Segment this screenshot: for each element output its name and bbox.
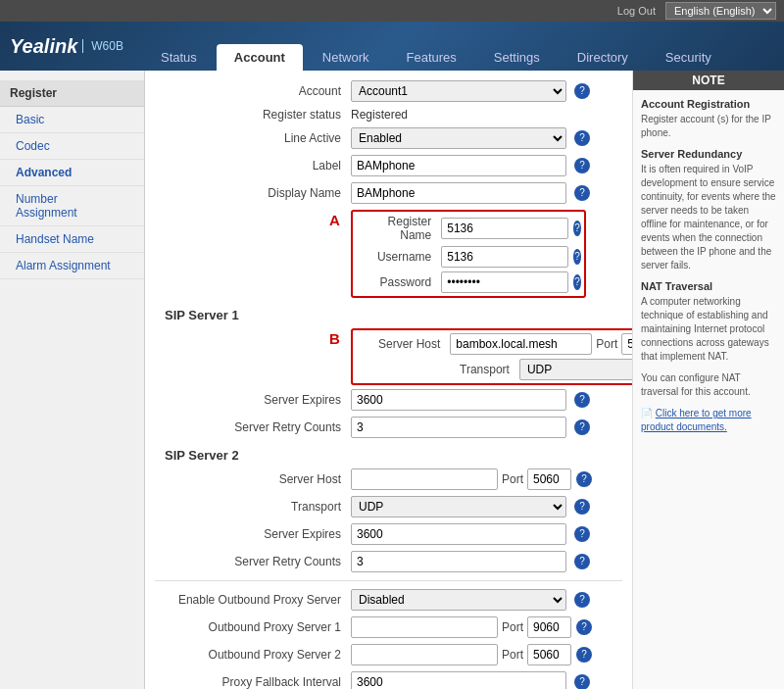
- sip1-host-input[interactable]: [450, 333, 592, 355]
- sidebar-item-number-assignment[interactable]: NumberAssignment: [0, 186, 144, 226]
- proxy2-input[interactable]: [351, 644, 498, 665]
- proxy1-input[interactable]: [351, 616, 498, 638]
- sip2-port-input[interactable]: [527, 468, 571, 490]
- proxy1-port-input[interactable]: [527, 616, 571, 638]
- display-name-help-icon[interactable]: ?: [574, 185, 590, 201]
- note-docs-link[interactable]: 📄 Click here to get more product documen…: [641, 407, 776, 434]
- note-account-reg-text: Register account (s) for the IP phone.: [641, 113, 776, 140]
- sip1-transport-row: Transport UDP ?: [356, 359, 632, 380]
- label-row: Label ?: [155, 155, 622, 176]
- proxy-fallback-help-icon[interactable]: ?: [574, 674, 590, 689]
- sip2-expires-input-wrapper: [351, 523, 566, 545]
- register-status-row: Register status Registered: [155, 108, 622, 122]
- tab-directory[interactable]: Directory: [560, 44, 646, 71]
- header: Yealink W60B Status Account Network Feat…: [0, 22, 784, 71]
- sip2-retry-help-icon[interactable]: ?: [574, 554, 590, 569]
- proxy2-row: Outbound Proxy Server 2 Port ?: [155, 644, 622, 665]
- tab-settings[interactable]: Settings: [476, 44, 558, 71]
- username-help-icon[interactable]: ?: [573, 249, 581, 265]
- note-account-reg-title: Account Registration: [641, 98, 776, 110]
- line-active-select[interactable]: Enabled: [351, 127, 566, 149]
- sip1-expires-help-icon[interactable]: ?: [574, 392, 590, 408]
- tab-features[interactable]: Features: [389, 44, 474, 71]
- account-select[interactable]: Account1: [351, 80, 566, 102]
- sip2-transport-select[interactable]: UDP: [351, 496, 566, 517]
- content-area: Account Account1 ? Register status Regis…: [145, 71, 632, 689]
- sidebar-section-register: Register: [0, 80, 144, 107]
- sip1-expires-input[interactable]: [351, 389, 566, 411]
- proxy2-help-icon[interactable]: ?: [576, 647, 592, 663]
- sip2-expires-help-icon[interactable]: ?: [574, 526, 590, 542]
- register-name-input[interactable]: [441, 218, 568, 239]
- sip1-retry-help-icon[interactable]: ?: [574, 419, 590, 435]
- proxy-fallback-input[interactable]: [351, 671, 566, 689]
- tab-status[interactable]: Status: [143, 44, 215, 71]
- note-panel: NOTE Account Registration Register accou…: [632, 71, 784, 689]
- account-help-icon[interactable]: ?: [574, 83, 590, 99]
- password-label: Password: [356, 275, 441, 289]
- note-nat-config-text: You can configure NAT traversal for this…: [641, 371, 776, 399]
- sip2-host-row: Server Host Port ?: [155, 468, 622, 490]
- brand-logo: Yealink: [10, 35, 77, 58]
- sidebar-item-handset-name[interactable]: Handset Name: [0, 226, 144, 253]
- label-input-wrapper: [351, 155, 566, 176]
- proxy2-label: Outbound Proxy Server 2: [155, 648, 351, 662]
- username-label: Username: [356, 250, 441, 264]
- outbound-proxy-help-icon[interactable]: ?: [574, 592, 590, 608]
- proxy1-port-label: Port: [502, 620, 523, 634]
- tab-account[interactable]: Account: [217, 44, 303, 71]
- sip2-host-label: Server Host: [155, 472, 351, 486]
- sip1-port-input[interactable]: [621, 333, 632, 355]
- red-label-a: A: [329, 212, 340, 228]
- display-name-row: Display Name ?: [155, 182, 622, 204]
- sip2-expires-row: Server Expires ?: [155, 523, 622, 545]
- line-active-row: Line Active Enabled ?: [155, 127, 622, 149]
- tab-security[interactable]: Security: [648, 44, 729, 71]
- language-select[interactable]: English (English): [665, 2, 776, 20]
- sip2-retry-input[interactable]: [351, 551, 566, 572]
- proxy1-row: Outbound Proxy Server 1 Port ?: [155, 616, 622, 638]
- display-name-input[interactable]: [351, 182, 566, 204]
- sip2-retry-label: Server Retry Counts: [155, 555, 351, 568]
- register-status-value: Registered: [351, 108, 408, 122]
- sip1-expires-input-wrapper: [351, 389, 566, 411]
- username-row: Username ?: [356, 246, 581, 268]
- line-active-help-icon[interactable]: ?: [574, 130, 590, 146]
- sidebar-item-advanced[interactable]: Advanced: [0, 160, 144, 186]
- proxy1-label: Outbound Proxy Server 1: [155, 620, 351, 634]
- sip2-transport-label: Transport: [155, 500, 351, 514]
- label-input[interactable]: [351, 155, 566, 176]
- proxy-fallback-row: Proxy Fallback Interval ?: [155, 671, 622, 689]
- password-help-icon[interactable]: ?: [573, 274, 581, 290]
- outbound-proxy-select[interactable]: Disabled: [351, 589, 566, 611]
- logout-button[interactable]: Log Out: [617, 5, 656, 17]
- note-header: NOTE: [633, 71, 784, 90]
- docs-link-text[interactable]: Click here to get more product documents…: [641, 408, 752, 432]
- register-name-help-icon[interactable]: ?: [573, 221, 581, 236]
- sidebar-item-alarm-assignment[interactable]: Alarm Assignment: [0, 253, 144, 279]
- sip2-retry-row: Server Retry Counts ?: [155, 551, 622, 572]
- sip2-transport-help-icon[interactable]: ?: [574, 499, 590, 515]
- sip1-expires-label: Server Expires: [155, 393, 351, 407]
- nav-tabs: Status Account Network Features Settings…: [143, 22, 731, 71]
- sip1-title: SIP Server 1: [155, 308, 622, 322]
- sidebar-item-basic[interactable]: Basic: [0, 107, 144, 133]
- sip1-retry-input[interactable]: [351, 417, 566, 438]
- sidebar-item-codec[interactable]: Codec: [0, 133, 144, 160]
- sip2-host-input[interactable]: [351, 468, 498, 490]
- red-label-b: B: [329, 330, 340, 347]
- account-row: Account Account1 ?: [155, 80, 622, 102]
- label-help-icon[interactable]: ?: [574, 158, 590, 173]
- sip2-expires-input[interactable]: [351, 523, 566, 545]
- tab-network[interactable]: Network: [305, 44, 387, 71]
- note-server-redundancy-text: It is often required in VoIP development…: [641, 163, 776, 272]
- proxy2-port-input[interactable]: [527, 644, 571, 665]
- sip1-port-label: Port: [596, 337, 617, 351]
- proxy1-help-icon[interactable]: ?: [576, 619, 592, 635]
- username-input[interactable]: [441, 246, 568, 268]
- sip2-host-help-icon[interactable]: ?: [576, 471, 592, 487]
- sip2-retry-input-wrapper: [351, 551, 566, 572]
- sip1-transport-select[interactable]: UDP: [519, 359, 632, 380]
- sip1-transport-label: Transport: [356, 363, 519, 376]
- password-input[interactable]: [441, 271, 568, 293]
